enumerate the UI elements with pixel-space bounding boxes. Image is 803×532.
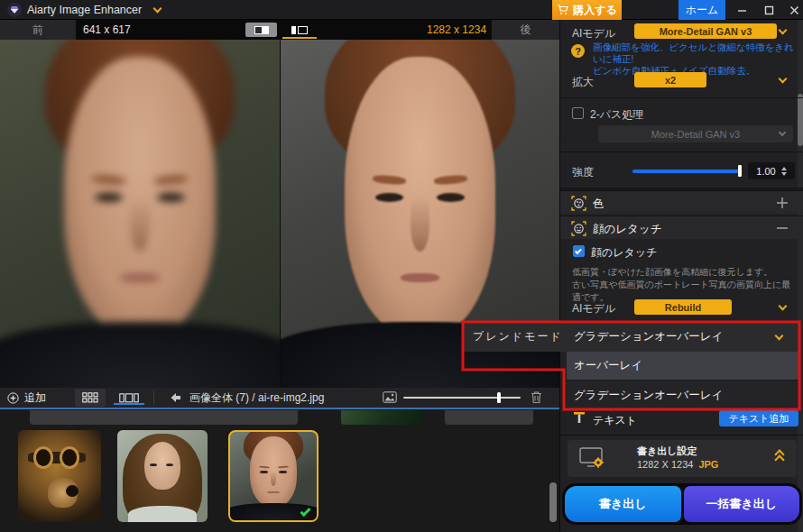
export-format: JPG [698,459,718,470]
face-section-header[interactable]: 顔のレタッチ [560,216,803,239]
close-button[interactable] [783,0,803,20]
add-text-button[interactable]: テキスト追加 [719,410,798,427]
palette-icon [571,196,586,211]
back-arrow-icon [170,392,181,403]
help-icon[interactable]: ? [571,44,585,58]
export-button[interactable]: 書き出し [565,486,681,522]
color-section-header[interactable]: 色 [560,190,803,214]
divider [560,97,803,98]
filmstrip-view-icon [119,393,139,403]
app-window: Aiarty Image Enhancer 購入する ホーム 前 641 x 6… [0,0,803,532]
trash-icon [531,390,542,404]
toolbar-divider [153,390,154,405]
export-settings-card[interactable]: 書き出し設定 1282 X 1234JPG [568,440,797,477]
two-pass-model-dropdown: More-Detail GAN v3 [598,125,793,142]
scale-label: 拡大 [572,75,594,90]
text-section-label: テキスト [593,413,637,428]
disabled-chevron-icon [779,129,786,136]
collapse-export-icon[interactable] [773,449,788,467]
check-icon [575,247,581,253]
thumbnail-partial[interactable] [445,410,533,425]
after-tab[interactable]: 後 [492,20,559,40]
face-description-line1: 低画質・ぼやけた顔画像を高精細に復元します。 [572,266,794,279]
batch-export-button[interactable]: 一括書き出し [684,486,800,522]
blend-mode-chevron-icon[interactable] [775,332,784,341]
face-model-pill[interactable]: Rebuild [634,299,732,315]
color-section-title: 色 [593,197,605,212]
strength-slider-handle[interactable] [738,165,742,177]
app-logo-icon [7,3,22,17]
strength-value-spinner[interactable]: 1.00 [748,162,795,179]
thumbnail-size-slider-handle[interactable] [497,392,501,403]
view-selected-indicator [282,37,317,39]
thumbnail-size-slider[interactable] [403,397,521,399]
thumbnail-dog[interactable] [18,430,101,522]
face-checkbox-label: 顔のレタッチ [591,245,657,261]
export-size: 1282 X 1234JPG [637,459,718,470]
thumbnail-man-selected[interactable] [228,430,318,522]
expand-color-icon[interactable] [775,196,789,210]
filmstrip-toolbar: 追加 画像全体 (7) / ai-re-img2.jpg [0,388,559,408]
thumbnail-panel [0,409,559,532]
before-image[interactable] [0,40,280,388]
collapse-face-icon[interactable] [775,221,789,235]
minimize-button[interactable] [731,0,752,20]
back-button[interactable] [170,392,181,403]
panel-scrollbar-thumb[interactable] [798,94,803,146]
breadcrumb: 画像全体 (7) / ai-re-img2.jpg [189,388,324,408]
compare-info-bar: 前 641 x 617 1282 x 1234 後 [0,20,559,40]
before-tab[interactable]: 前 [0,20,76,40]
face-model-label: AIモデル [572,301,615,316]
blend-mode-dropdown[interactable]: グラデーションオーバーレイ [574,329,723,344]
title-chevron-down-icon[interactable] [153,5,162,14]
export-button-row: 書き出し 一括書き出し [562,483,802,525]
thumbnail-partial[interactable] [30,410,298,425]
blend-option-overlay[interactable]: オーバーレイ [567,352,799,381]
before-size: 641 x 617 [83,20,131,40]
export-settings-title: 書き出し設定 [637,445,697,458]
divider [560,151,803,152]
maximize-button[interactable] [758,0,780,20]
export-settings-icon [579,447,605,469]
ai-model-pill[interactable]: More-Detail GAN v3 [634,23,777,39]
thumbnail-scrollbar[interactable] [549,482,557,522]
thumbnail-girl[interactable] [117,430,208,522]
home-button[interactable]: ホーム [678,0,725,20]
divider [560,435,803,436]
ai-model-chevron-icon[interactable] [779,26,788,35]
two-pass-checkbox[interactable] [572,107,584,119]
cart-icon [557,5,568,15]
ai-model-label: AIモデル [572,26,615,41]
face-retouch-checkbox[interactable] [573,245,585,257]
buy-button[interactable]: 購入する [552,0,622,20]
strength-label: 強度 [572,165,594,180]
thumbnail-size-icon [383,391,397,403]
blend-mode-row: ブレンドモード グラデーションオーバーレイ [463,322,799,352]
grid-view-icon [82,392,98,403]
face-retouch-icon [571,221,586,236]
app-title: Aiarty Image Enhancer [27,4,142,16]
blend-option-gradient-overlay[interactable]: グラデーションオーバーレイ [567,381,799,410]
title-bar: Aiarty Image Enhancer 購入する ホーム [0,0,803,20]
split-view-button[interactable] [245,23,277,37]
spinner-arrows-icon[interactable] [781,167,787,176]
strength-slider[interactable] [632,170,741,173]
side-by-side-view-button[interactable] [282,23,317,37]
add-image-button[interactable]: 追加 [7,388,46,408]
filmstrip-selected-indicator [114,403,144,405]
after-size: 1282 x 1234 [427,20,486,40]
blend-mode-label: ブレンドモード [473,329,563,344]
scale-pill[interactable]: x2 [634,72,706,87]
two-pass-label: 2-パス処理 [590,107,643,123]
face-section-title: 顔のレタッチ [593,222,661,237]
thumbnail-partial[interactable] [341,410,422,425]
blend-mode-options: オーバーレイ グラデーションオーバーレイ [567,352,799,410]
settings-panel: AIモデル More-Detail GAN v3 ? 画像細部を強化、ピクセルと… [559,20,803,532]
plus-circle-icon [7,392,19,404]
grid-view-button[interactable] [75,389,106,407]
text-tool-icon [573,411,586,424]
delete-button[interactable] [531,390,542,404]
